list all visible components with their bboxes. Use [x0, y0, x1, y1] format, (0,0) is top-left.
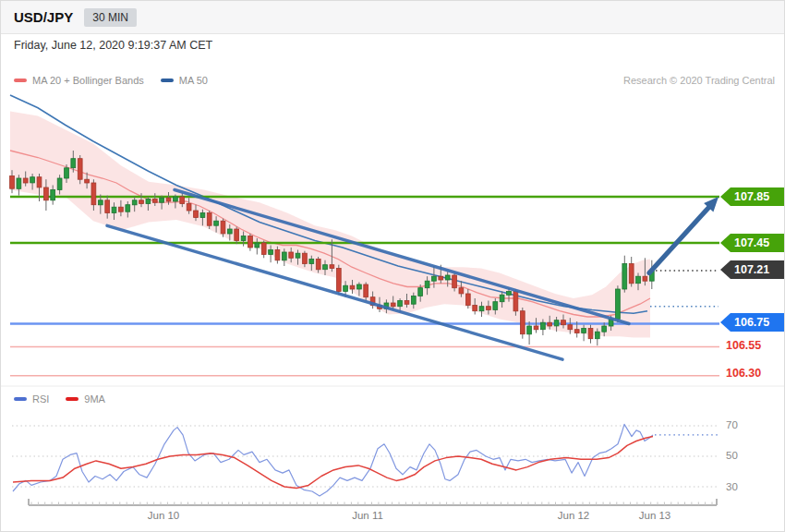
candle-body[interactable] — [241, 236, 246, 241]
candle-body[interactable] — [323, 265, 328, 270]
candle-body[interactable] — [411, 296, 416, 305]
candle-body[interactable] — [282, 252, 286, 260]
candle-body[interactable] — [296, 253, 300, 258]
candle-body[interactable] — [344, 285, 348, 291]
rsi-legend: RSI9MA — [14, 393, 105, 405]
price-level-text-106.30: 106.30 — [726, 367, 761, 380]
candle-body[interactable] — [425, 281, 429, 288]
candle-body[interactable] — [493, 302, 498, 310]
candle-body[interactable] — [85, 179, 90, 183]
candle-body[interactable] — [235, 229, 239, 241]
candle-body[interactable] — [248, 236, 253, 248]
candle-body[interactable] — [289, 252, 294, 258]
candle-body[interactable] — [336, 269, 341, 292]
candle-body[interactable] — [418, 288, 423, 296]
candle-body[interactable] — [316, 260, 320, 270]
candle-body[interactable] — [582, 329, 586, 333]
rsi-legend-item[interactable]: 9MA — [66, 393, 105, 405]
candle-body[interactable] — [602, 326, 607, 332]
candle-body[interactable] — [534, 326, 538, 330]
candle-body[interactable] — [112, 207, 116, 212]
candle-body[interactable] — [330, 265, 334, 269]
candle-body[interactable] — [622, 264, 627, 290]
candle-body[interactable] — [432, 276, 437, 281]
candle-body[interactable] — [643, 276, 647, 281]
candle-body[interactable] — [541, 322, 546, 330]
candle-body[interactable] — [629, 264, 634, 284]
candle-body[interactable] — [180, 197, 185, 204]
candle-body[interactable] — [37, 177, 42, 187]
candle-body[interactable] — [119, 207, 124, 212]
rsi-legend-label: 9MA — [84, 393, 105, 405]
candle-body[interactable] — [227, 229, 232, 234]
candle-body[interactable] — [30, 177, 35, 183]
candle-body[interactable] — [527, 326, 532, 334]
candle-body[interactable] — [500, 295, 504, 302]
candle-body[interactable] — [574, 330, 579, 333]
candle-body[interactable] — [65, 168, 69, 178]
candle-body[interactable] — [275, 250, 280, 260]
candle-body[interactable] — [160, 198, 164, 202]
candle-body[interactable] — [439, 276, 443, 280]
candle-body[interactable] — [98, 200, 103, 205]
candle-body[interactable] — [194, 211, 199, 218]
candle-body[interactable] — [214, 221, 219, 225]
candle-body[interactable] — [23, 178, 28, 183]
candle-body[interactable] — [71, 159, 76, 168]
candle-body[interactable] — [364, 284, 368, 297]
candle-body[interactable] — [507, 292, 512, 296]
candle-body[interactable] — [255, 243, 260, 248]
candle-body[interactable] — [261, 243, 266, 255]
candle-body[interactable] — [139, 200, 144, 204]
rsi-legend-item[interactable]: RSI — [14, 393, 49, 405]
candle-body[interactable] — [303, 253, 308, 263]
candle-body[interactable] — [616, 289, 621, 320]
candle-body[interactable] — [57, 178, 62, 190]
candle-body[interactable] — [51, 190, 55, 200]
candle-body[interactable] — [391, 303, 395, 307]
candle-body[interactable] — [126, 205, 130, 212]
candle-body[interactable] — [636, 276, 641, 284]
candle-body[interactable] — [10, 176, 15, 189]
candle-body[interactable] — [588, 329, 593, 339]
candle-body[interactable] — [562, 320, 566, 325]
candle-body[interactable] — [357, 284, 362, 289]
candle-body[interactable] — [78, 159, 82, 180]
candle-body[interactable] — [548, 322, 552, 326]
candle-body[interactable] — [595, 332, 599, 339]
candle-body[interactable] — [473, 306, 477, 311]
candle-body[interactable] — [105, 200, 110, 213]
candle-body[interactable] — [166, 198, 171, 201]
candle-body[interactable] — [453, 275, 457, 288]
candle-body[interactable] — [398, 301, 403, 307]
price-tag-107.21: 107.21 — [720, 260, 784, 279]
candle-body[interactable] — [350, 285, 355, 289]
candle-body[interactable] — [487, 307, 491, 310]
chart-canvas — [1, 1, 785, 532]
rsi-legend-swatch-icon — [66, 397, 78, 401]
candle-body[interactable] — [479, 307, 484, 311]
candle-body[interactable] — [17, 178, 21, 188]
candle-body[interactable] — [146, 200, 151, 204]
candle-body[interactable] — [568, 325, 573, 330]
candle-body[interactable] — [459, 288, 464, 294]
candle-body[interactable] — [513, 292, 518, 311]
candle-body[interactable] — [152, 200, 157, 203]
candle-body[interactable] — [405, 301, 409, 305]
candle-body[interactable] — [132, 200, 137, 205]
candle-body[interactable] — [200, 213, 205, 218]
candle-body[interactable] — [465, 294, 470, 306]
candle-body[interactable] — [520, 311, 525, 334]
candle-body[interactable] — [309, 260, 314, 264]
candle-body[interactable] — [269, 250, 273, 255]
candle-body[interactable] — [44, 187, 49, 200]
candle-body[interactable] — [207, 213, 211, 226]
forecast-arrow-shaft[interactable] — [649, 205, 711, 273]
candle-body[interactable] — [91, 183, 96, 205]
candle-body[interactable] — [174, 197, 178, 201]
candle-body[interactable] — [187, 204, 191, 212]
rsi-tick-70: 70 — [726, 419, 738, 430]
candle-body[interactable] — [221, 221, 225, 234]
candle-body[interactable] — [445, 275, 450, 280]
candle-body[interactable] — [554, 320, 559, 326]
